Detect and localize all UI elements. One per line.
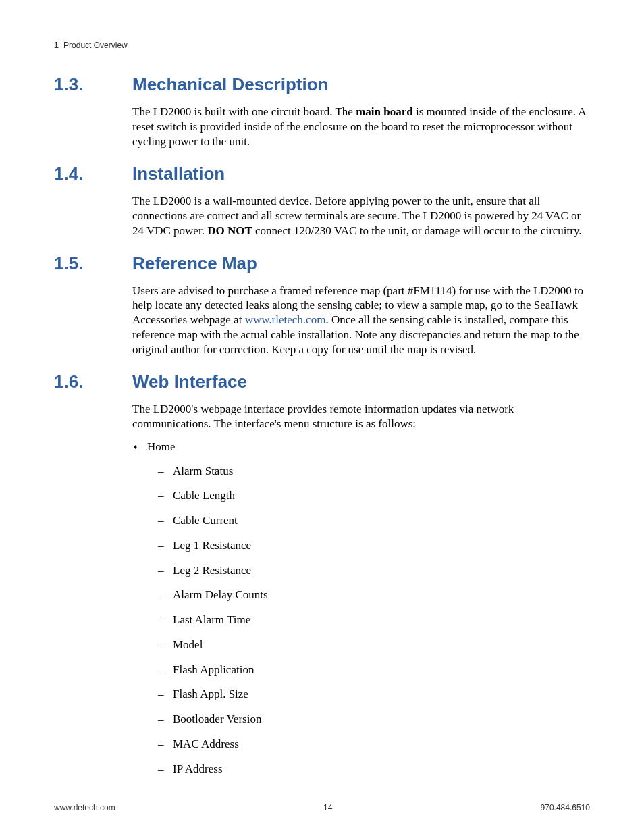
section-title: Reference Map <box>132 253 257 274</box>
section-body: The LD2000 is a wall-mounted device. Bef… <box>132 194 590 238</box>
section-body: Users are advised to purchase a framed r… <box>132 284 590 357</box>
footer-right: 970.484.6510 <box>541 803 590 812</box>
menu-structure-list: Home Alarm Status Cable Length Cable Cur… <box>132 440 590 777</box>
text: The LD2000 is built with one circuit boa… <box>132 105 356 118</box>
list-item: Alarm Delay Counts <box>158 588 590 602</box>
text: connect 120/230 VAC to the unit, or dama… <box>252 224 582 237</box>
paragraph: Users are advised to purchase a framed r… <box>132 284 590 357</box>
section-heading: 1.3. Mechanical Description <box>54 74 590 95</box>
list-item: Leg 2 Resistance <box>158 563 590 578</box>
footer-left: www.rletech.com <box>54 803 115 812</box>
document-page: 1 Product Overview 1.3. Mechanical Descr… <box>0 0 644 834</box>
link-rletech[interactable]: www.rletech.com <box>245 313 326 326</box>
section-heading: 1.5. Reference Map <box>54 253 590 274</box>
page-footer: www.rletech.com 14 970.484.6510 <box>54 803 590 812</box>
paragraph: The LD2000 is a wall-mounted device. Bef… <box>132 194 590 238</box>
section-installation: 1.4. Installation The LD2000 is a wall-m… <box>54 163 590 238</box>
section-title: Web Interface <box>132 371 247 392</box>
footer-page-number: 14 <box>323 803 332 812</box>
header-chapter-title: Product Overview <box>63 41 128 50</box>
paragraph: The LD2000's webpage interface provides … <box>132 402 590 432</box>
bold-text: main board <box>356 105 413 118</box>
bold-text: DO NOT <box>207 224 252 237</box>
list-item: Last Alarm Time <box>158 613 590 627</box>
sub-list: Alarm Status Cable Length Cable Current … <box>158 464 590 777</box>
running-header: 1 Product Overview <box>54 41 590 50</box>
header-chapter-number: 1 <box>54 41 59 50</box>
list-item: MAC Address <box>158 737 590 752</box>
section-body: The LD2000 is built with one circuit boa… <box>132 105 590 149</box>
section-reference-map: 1.5. Reference Map Users are advised to … <box>54 253 590 357</box>
paragraph: The LD2000 is built with one circuit boa… <box>132 105 590 149</box>
list-item: Bootloader Version <box>158 712 590 727</box>
list-item: Flash Appl. Size <box>158 687 590 702</box>
list-item: Model <box>158 637 590 652</box>
section-number: 1.5. <box>54 253 132 274</box>
list-item: Cable Length <box>158 488 590 503</box>
list-item: Leg 1 Resistance <box>158 538 590 553</box>
section-mechanical-description: 1.3. Mechanical Description The LD2000 i… <box>54 74 590 149</box>
section-heading: 1.6. Web Interface <box>54 371 590 392</box>
section-body: The LD2000's webpage interface provides … <box>132 402 590 776</box>
list-item-label: Home <box>147 440 176 453</box>
section-title: Mechanical Description <box>132 74 328 95</box>
section-number: 1.6. <box>54 371 132 392</box>
section-number: 1.3. <box>54 74 132 95</box>
section-title: Installation <box>132 163 225 184</box>
list-item: Cable Current <box>158 513 590 528</box>
list-item: Home Alarm Status Cable Length Cable Cur… <box>132 440 590 777</box>
list-item: IP Address <box>158 762 590 777</box>
section-number: 1.4. <box>54 163 132 184</box>
section-web-interface: 1.6. Web Interface The LD2000's webpage … <box>54 371 590 776</box>
list-item: Flash Application <box>158 662 590 677</box>
list-item: Alarm Status <box>158 464 590 479</box>
section-heading: 1.4. Installation <box>54 163 590 184</box>
